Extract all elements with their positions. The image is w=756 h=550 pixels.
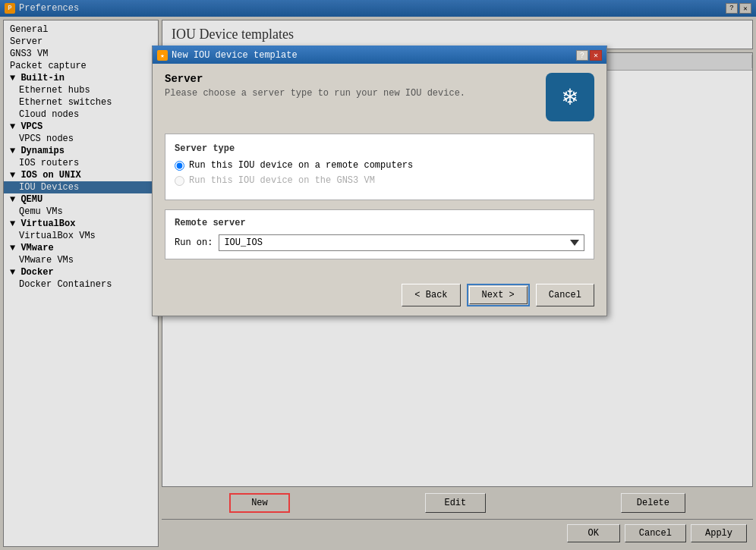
dialog-title: New IOU device template — [172, 50, 576, 61]
dialog-content: Server Please choose a server type to ru… — [153, 64, 606, 278]
radio-remote[interactable]: Run this IOU device on a remote computer… — [175, 160, 584, 171]
radio-remote-input[interactable] — [175, 161, 184, 171]
server-icon-area: ❄ — [546, 73, 594, 121]
server-section-title: Server — [165, 73, 537, 85]
radio-gns3vm-input[interactable] — [175, 176, 184, 186]
run-on-row: Run on: IOU_IOS — [175, 234, 584, 251]
radio-gns3vm: Run this IOU device on the GNS3 VM — [175, 175, 584, 186]
dialog-footer: < Back Next > Cancel — [153, 278, 606, 316]
back-button[interactable]: < Back — [402, 284, 460, 306]
run-on-label: Run on: — [175, 237, 213, 248]
next-button[interactable]: Next > — [469, 286, 528, 304]
radio-remote-label: Run this IOU device on a remote computer… — [189, 160, 413, 171]
server-section-subtitle: Please choose a server type to run your … — [165, 88, 537, 99]
server-type-label: Server type — [175, 143, 584, 154]
dialog-icon: ★ — [157, 50, 168, 61]
dialog-help-button[interactable]: ? — [576, 50, 588, 61]
run-on-select[interactable]: IOU_IOS — [219, 234, 584, 251]
dialog-close-button[interactable]: ✕ — [590, 50, 602, 61]
server-type-box: Server type Run this IOU device on a rem… — [165, 134, 594, 200]
remote-server-box: Remote server Run on: IOU_IOS — [165, 209, 594, 259]
server-text-area: Server Please choose a server type to ru… — [165, 73, 537, 99]
radio-gns3vm-label: Run this IOU device on the GNS3 VM — [189, 175, 375, 186]
dialog-cancel-button[interactable]: Cancel — [536, 284, 594, 306]
next-btn-wrap: Next > — [467, 284, 530, 306]
remote-server-label: Remote server — [175, 218, 584, 228]
dialog-title-bar: ★ New IOU device template ? ✕ — [153, 47, 606, 64]
new-iou-dialog: ★ New IOU device template ? ✕ Server Ple… — [152, 46, 607, 316]
server-section: Server Please choose a server type to ru… — [165, 73, 594, 121]
snowflake-icon: ❄ — [562, 82, 577, 112]
